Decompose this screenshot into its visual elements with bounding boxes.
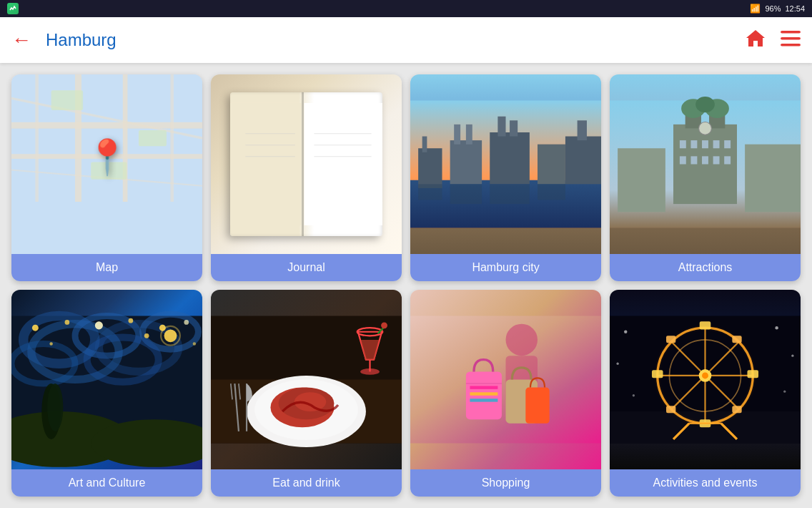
svg-point-138 xyxy=(616,363,618,365)
svg-point-78 xyxy=(164,329,177,342)
header-right xyxy=(745,28,801,53)
svg-rect-52 xyxy=(724,140,731,148)
art-culture-image xyxy=(11,290,202,469)
map-pin-icon: 📍 xyxy=(86,137,129,177)
shopping-label: Shopping xyxy=(410,469,601,497)
svg-rect-126 xyxy=(652,370,663,378)
header-left: ← Hamburg xyxy=(11,29,117,52)
grid-item-hamburg-city[interactable]: Hamburg city xyxy=(410,74,601,281)
journal-image xyxy=(211,74,402,254)
svg-rect-26 xyxy=(418,148,442,188)
svg-rect-55 xyxy=(702,156,708,164)
svg-point-137 xyxy=(775,326,778,329)
svg-rect-39 xyxy=(490,184,530,204)
hamburg-city-label: Hamburg city xyxy=(410,254,601,281)
svg-rect-58 xyxy=(618,148,665,212)
svg-rect-48 xyxy=(680,140,686,148)
svg-rect-129 xyxy=(666,336,675,343)
svg-rect-49 xyxy=(690,140,697,148)
svg-rect-2 xyxy=(781,37,801,40)
svg-rect-38 xyxy=(450,184,482,204)
shopping-image xyxy=(410,290,601,469)
svg-rect-124 xyxy=(747,370,758,378)
activities-image xyxy=(610,290,801,469)
svg-rect-3 xyxy=(781,44,801,47)
svg-rect-29 xyxy=(454,124,460,145)
app-icon xyxy=(7,3,19,14)
svg-rect-27 xyxy=(422,137,427,152)
svg-rect-51 xyxy=(713,140,720,148)
svg-point-75 xyxy=(49,342,52,345)
hamburg-city-image xyxy=(410,74,601,254)
svg-rect-1 xyxy=(781,31,801,34)
attractions-image xyxy=(610,74,801,254)
svg-point-69 xyxy=(32,325,39,331)
svg-point-140 xyxy=(633,394,635,396)
svg-rect-56 xyxy=(713,156,720,164)
svg-marker-0 xyxy=(746,30,765,47)
menu-button[interactable] xyxy=(781,29,801,52)
svg-rect-16 xyxy=(230,103,301,225)
svg-point-136 xyxy=(624,331,627,333)
wifi-icon: 📶 xyxy=(750,4,761,14)
attractions-label: Attractions xyxy=(610,254,801,281)
journal-label: Journal xyxy=(211,254,402,281)
svg-rect-54 xyxy=(690,156,697,164)
grid-item-eat-drink[interactable]: Eat and drink xyxy=(211,290,402,497)
svg-rect-130 xyxy=(666,406,675,413)
eat-drink-label: Eat and drink xyxy=(211,469,402,497)
svg-rect-128 xyxy=(732,406,741,413)
svg-rect-123 xyxy=(700,321,711,329)
svg-rect-105 xyxy=(470,386,497,389)
svg-rect-37 xyxy=(418,184,442,200)
main-grid: 📍 Map xyxy=(0,63,812,508)
svg-point-74 xyxy=(184,320,189,325)
svg-rect-13 xyxy=(51,90,84,110)
svg-point-141 xyxy=(783,391,786,393)
battery-level: 96% xyxy=(765,4,781,13)
status-bar: 📶 96% 12:54 xyxy=(0,0,812,17)
svg-rect-57 xyxy=(724,156,731,164)
svg-point-139 xyxy=(791,354,793,356)
svg-rect-31 xyxy=(490,132,530,184)
svg-point-93 xyxy=(360,368,380,375)
grid-item-map[interactable]: 📍 Map xyxy=(11,74,202,281)
svg-point-132 xyxy=(702,372,708,378)
home-button[interactable] xyxy=(745,28,766,53)
svg-point-83 xyxy=(47,384,63,431)
svg-rect-17 xyxy=(304,103,382,225)
header: ← Hamburg xyxy=(0,17,812,63)
svg-point-101 xyxy=(506,324,538,356)
svg-rect-9 xyxy=(35,74,38,202)
svg-point-72 xyxy=(129,318,134,323)
svg-rect-30 xyxy=(466,124,472,145)
clock: 12:54 xyxy=(785,4,805,13)
journal-book-visual xyxy=(230,92,383,236)
svg-point-47 xyxy=(695,97,715,112)
map-image: 📍 xyxy=(11,74,202,254)
grid-item-art-culture[interactable]: Art and Culture xyxy=(11,290,202,497)
svg-point-76 xyxy=(144,333,149,338)
page-title: Hamburg xyxy=(46,30,117,50)
svg-rect-53 xyxy=(680,156,686,164)
svg-rect-59 xyxy=(745,145,801,213)
svg-rect-34 xyxy=(538,145,565,185)
back-button[interactable]: ← xyxy=(11,29,31,52)
svg-point-71 xyxy=(95,321,103,329)
activities-label: Activities and events xyxy=(610,469,801,497)
art-culture-label: Art and Culture xyxy=(11,469,202,497)
grid-item-attractions[interactable]: Attractions xyxy=(610,74,801,281)
svg-rect-50 xyxy=(702,140,708,148)
svg-rect-109 xyxy=(525,388,549,424)
svg-rect-106 xyxy=(470,392,497,395)
grid-item-shopping[interactable]: Shopping xyxy=(410,290,601,497)
grid-item-activities[interactable]: Activities and events xyxy=(610,290,801,497)
status-bar-left xyxy=(7,3,19,14)
svg-rect-32 xyxy=(497,117,505,137)
svg-rect-33 xyxy=(510,120,518,136)
svg-rect-14 xyxy=(139,130,167,146)
svg-rect-35 xyxy=(565,137,601,185)
svg-point-95 xyxy=(381,322,387,328)
map-label: Map xyxy=(11,254,202,281)
grid-item-journal[interactable]: Journal xyxy=(211,74,402,281)
